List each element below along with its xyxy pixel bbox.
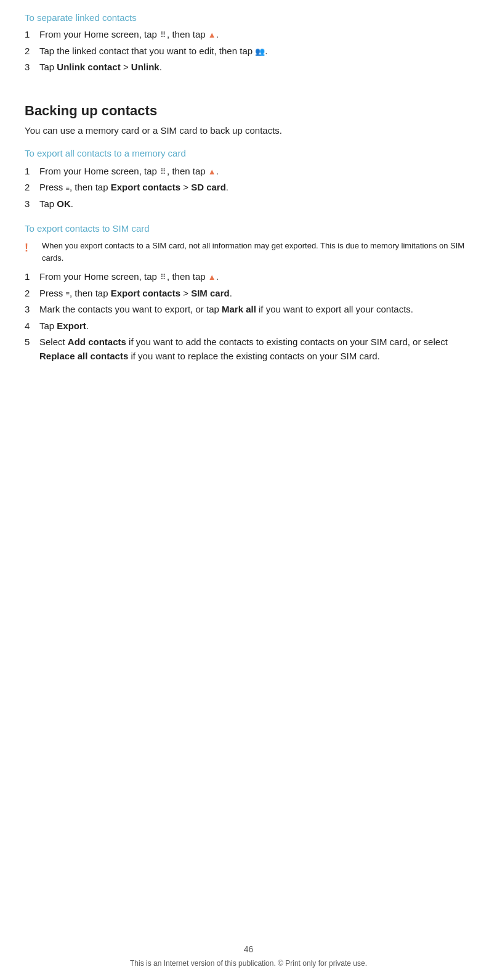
menu-icon: ≡	[66, 288, 70, 299]
step-text: Tap Unlink contact > Unlink.	[39, 60, 472, 75]
list-item: 2 Press ≡, then tap Export contacts > SD…	[25, 181, 472, 195]
memory-subsection-title: To export all contacts to a memory card	[25, 148, 472, 158]
sim-steps-list: 1 From your Home screen, tap ⠿, then tap…	[25, 270, 472, 363]
backing-section: Backing up contacts You can use a memory…	[25, 103, 472, 364]
list-item: 2 Press ≡, then tap Export contacts > SI…	[25, 287, 472, 301]
step-text: Tap OK.	[39, 197, 472, 211]
bold-text: SIM card	[191, 288, 230, 298]
top-section: To separate linked contacts 1 From your …	[25, 12, 472, 75]
grid-icon: ⠿	[160, 166, 166, 178]
section-intro: You can use a memory card or a SIM card …	[25, 125, 472, 136]
step-text: Press ≡, then tap Export contacts > SD c…	[39, 181, 472, 195]
list-item: 1 From your Home screen, tap ⠿, then tap…	[25, 270, 472, 284]
step-text: Press ≡, then tap Export contacts > SIM …	[39, 287, 472, 301]
sim-subsection-title: To export contacts to SIM card	[25, 223, 472, 234]
step-number: 3	[25, 60, 39, 75]
memory-subsection: To export all contacts to a memory card …	[25, 148, 472, 211]
list-item: 5 Select Add contacts if you want to add…	[25, 335, 472, 363]
bold-text: Add contacts	[68, 337, 126, 347]
section-heading: Backing up contacts	[25, 103, 472, 119]
memory-steps-list: 1 From your Home screen, tap ⠿, then tap…	[25, 165, 472, 211]
list-item: 2 Tap the linked contact that you want t…	[25, 44, 472, 59]
bold-text: Replace all contacts	[39, 351, 128, 361]
grid-icon: ⠿	[160, 29, 166, 41]
sim-subsection: To export contacts to SIM card ! When yo…	[25, 223, 472, 363]
warning-block: ! When you export contacts to a SIM card…	[25, 240, 472, 264]
step-number: 1	[25, 165, 39, 179]
person-icon: ▲	[208, 29, 216, 41]
step-number: 4	[25, 319, 39, 333]
bold-text: Mark all	[222, 304, 256, 314]
grid-icon: ⠿	[160, 271, 166, 284]
list-item: 3 Mark the contacts you want to export, …	[25, 303, 472, 317]
top-steps-list: 1 From your Home screen, tap ⠿, then tap…	[25, 28, 472, 75]
page-footer: 46 This is an Internet version of this p…	[0, 944, 497, 968]
page-content: To separate linked contacts 1 From your …	[0, 0, 497, 406]
bold-text: Export contacts	[111, 288, 180, 298]
top-section-title: To separate linked contacts	[25, 12, 472, 23]
step-number: 3	[25, 303, 39, 317]
step-text: From your Home screen, tap ⠿, then tap ▲…	[39, 165, 472, 179]
step-number: 2	[25, 44, 39, 59]
step-number: 2	[25, 181, 39, 195]
warning-text: When you export contacts to a SIM card, …	[42, 240, 472, 264]
list-item: 1 From your Home screen, tap ⠿, then tap…	[25, 165, 472, 179]
step-text: From your Home screen, tap ⠿, then tap ▲…	[39, 270, 472, 284]
bold-text: SD card	[191, 182, 226, 192]
list-item: 3 Tap Unlink contact > Unlink.	[25, 60, 472, 75]
divider	[25, 84, 472, 91]
bold-text: Export	[57, 321, 86, 331]
list-item: 4 Tap Export.	[25, 319, 472, 333]
linked-person-icon: 👥	[255, 46, 265, 58]
bold-text: Export contacts	[111, 182, 180, 192]
step-number: 1	[25, 28, 39, 42]
step-text: From your Home screen, tap ⠿, then tap ▲…	[39, 28, 472, 42]
page-number: 46	[0, 944, 497, 954]
person-icon: ▲	[208, 166, 216, 178]
bold-text: Unlink contact	[57, 62, 120, 72]
warning-icon: !	[25, 240, 42, 256]
bold-text: OK	[57, 198, 71, 209]
step-number: 1	[25, 270, 39, 284]
person-icon: ▲	[208, 271, 216, 284]
bold-text: Unlink	[131, 62, 160, 72]
step-text: Select Add contacts if you want to add t…	[39, 335, 472, 363]
step-number: 2	[25, 287, 39, 301]
menu-icon: ≡	[66, 183, 70, 194]
step-number: 5	[25, 335, 39, 349]
step-text: Mark the contacts you want to export, or…	[39, 303, 472, 317]
step-text: Tap Export.	[39, 319, 472, 333]
step-number: 3	[25, 197, 39, 211]
list-item: 3 Tap OK.	[25, 197, 472, 211]
list-item: 1 From your Home screen, tap ⠿, then tap…	[25, 28, 472, 42]
step-text: Tap the linked contact that you want to …	[39, 44, 472, 59]
footer-copyright: This is an Internet version of this publ…	[0, 959, 497, 968]
